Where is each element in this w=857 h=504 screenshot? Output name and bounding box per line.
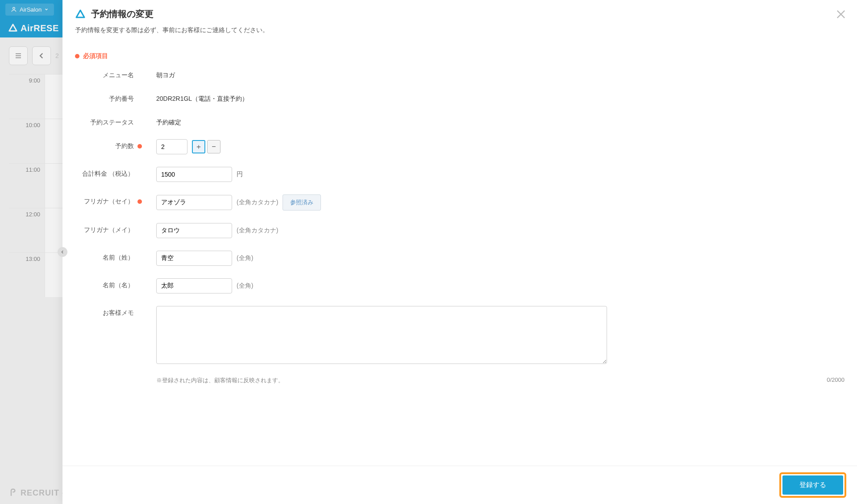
yen-unit: 円 [237,170,243,178]
required-dot-icon [75,54,79,58]
modal-body[interactable]: 予約情報を変更する際は必ず、事前にお客様にご連絡してください。 必須項目 メニュ… [62,22,857,466]
name-first-input[interactable] [156,278,232,293]
close-icon [835,8,847,21]
row-reservation-number: 予約番号 20DR2R1GL（電話・直接予約） [75,92,845,103]
label-reservation-count: 予約数 [75,139,142,150]
row-total-price: 合計料金 （税込） 円 [75,167,845,182]
hint-zenkaku: (全角) [237,254,253,262]
modal-footer: 登録する [62,466,857,504]
total-price-input[interactable] [156,167,232,182]
modal-collapse-handle[interactable] [58,247,67,257]
submit-highlight-frame: 登録する [779,472,846,498]
label-name-first: 名前（名） [75,278,142,289]
memo-charcount: 0/2000 [827,376,845,383]
required-section-header: 必須項目 [75,52,845,60]
modal-help-text: 予約情報を変更する際は必ず、事前にお客様にご連絡してください。 [75,26,845,34]
count-stepper: ＋ − [192,140,220,153]
reservation-edit-modal: 予約情報の変更 予約情報を変更する際は必ず、事前にお客様にご連絡してください。 … [62,0,857,504]
required-header-label: 必須項目 [83,52,108,60]
furigana-last-input[interactable] [156,195,232,210]
label-furigana-first: フリガナ（メイ） [75,223,142,234]
reservation-count-input[interactable] [156,139,187,154]
submit-button[interactable]: 登録する [782,475,843,495]
row-reservation-status: 予約ステータス 予約確定 [75,116,845,127]
label-reservation-status: 予約ステータス [75,116,142,127]
count-plus-button[interactable]: ＋ [192,140,205,153]
label-menu-name: メニュー名 [75,68,142,79]
row-menu-name: メニュー名 朝ヨガ [75,68,845,79]
row-furigana-first: フリガナ（メイ） (全角カタカナ) [75,223,845,238]
value-reservation-number: 20DR2R1GL（電話・直接予約） [156,92,248,103]
hint-katakana: (全角カタカナ) [237,198,278,207]
count-minus-button[interactable]: − [207,140,220,153]
memo-note-1: ※登録された内容は、顧客情報に反映されます。 [156,376,845,384]
name-last-input[interactable] [156,251,232,266]
modal-title: 予約情報の変更 [91,8,154,20]
label-total-price: 合計料金 （税込） [75,167,142,178]
value-menu-name: 朝ヨガ [156,68,175,79]
row-name-last: 名前（姓） (全角) [75,251,845,266]
modal-close-button[interactable] [835,8,847,21]
app-triangle-icon [75,9,86,20]
referenced-button[interactable]: 参照済み [283,194,321,211]
hint-zenkaku: (全角) [237,282,253,290]
furigana-first-input[interactable] [156,223,232,238]
label-reservation-number: 予約番号 [75,92,142,103]
value-reservation-status: 予約確定 [156,116,181,127]
label-name-last: 名前（姓） [75,251,142,262]
label-customer-memo: お客様メモ [75,306,142,317]
customer-memo-textarea[interactable] [156,306,607,364]
row-reservation-count: 予約数 ＋ − [75,139,845,154]
label-furigana-last: フリガナ（セイ） [75,194,142,206]
row-customer-memo: お客様メモ [75,306,845,364]
hint-katakana: (全角カタカナ) [237,227,278,235]
row-furigana-last: フリガナ（セイ） (全角カタカナ) 参照済み [75,194,845,211]
row-name-first: 名前（名） (全角) [75,278,845,293]
chevron-left-icon [60,250,65,254]
modal-header: 予約情報の変更 [62,0,857,22]
